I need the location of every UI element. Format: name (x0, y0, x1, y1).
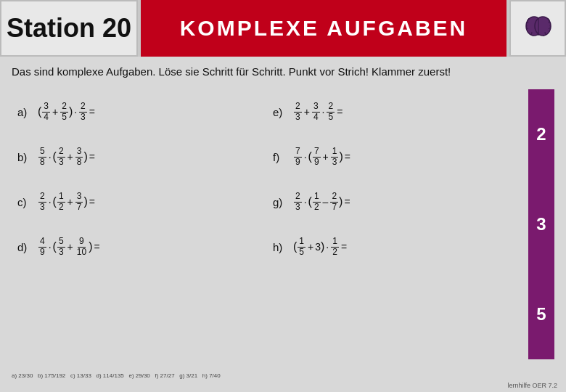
expr-e: 23 + 34 · 25 = (293, 102, 344, 121)
brain-box (509, 0, 566, 57)
expr-f: 79 · ( 79 + 13 ) = (293, 147, 352, 166)
problem-h: h) ( 15 + 3 ) · 12 = (267, 224, 522, 269)
label-c: c) (17, 196, 33, 208)
label-f: f) (273, 151, 289, 163)
badge-3: 3 (528, 179, 554, 269)
label-h: h) (273, 241, 289, 253)
brain-icon (518, 9, 557, 48)
expr-a: ( 34 + 25 ) · 23 = (38, 102, 97, 121)
badge-column: 2 3 5 (528, 89, 554, 359)
page-title: Komplexe Aufgaben (180, 16, 468, 41)
expr-c: 23 · ( 12 + 37 ) = (38, 192, 97, 211)
answer-key: a) 23/30 b) 175/192 c) 13/33 d) 114/135 … (12, 372, 530, 379)
badge-2: 2 (528, 89, 554, 179)
problem-c: c) 23 · ( 12 + 37 ) = (12, 179, 267, 224)
label-g: g) (273, 196, 289, 208)
problems-grid: a) ( 34 + 25 ) · 23 = e) 23 + 34 (12, 89, 522, 269)
svg-point-1 (535, 17, 551, 36)
label-d: d) (17, 241, 33, 253)
problem-e: e) 23 + 34 · 25 = (267, 89, 522, 134)
header: Station 20 Komplexe Aufgaben (0, 0, 566, 57)
problem-g: g) 23 · ( 12 – 27 ) = (267, 179, 522, 224)
expr-b: 58 · ( 23 + 38 ) = (38, 147, 97, 166)
problem-b: b) 58 · ( 23 + 38 ) = (12, 134, 267, 179)
expr-d: 49 · ( 53 + 910 ) = (38, 237, 102, 256)
station-label: Station 20 (0, 0, 138, 57)
problem-d: d) 49 · ( 53 + 910 ) = (12, 224, 267, 269)
station-title: Station 20 (7, 13, 131, 44)
problem-f: f) 79 · ( 79 + 13 ) = (267, 134, 522, 179)
title-box: Komplexe Aufgaben (141, 0, 506, 57)
problem-a: a) ( 34 + 25 ) · 23 = (12, 89, 267, 134)
main-content: Das sind komplexe Aufgaben. Löse sie Sch… (0, 57, 566, 392)
label-e: e) (273, 106, 289, 118)
label-a: a) (17, 106, 33, 118)
expr-h: ( 15 + 3 ) · 12 = (293, 237, 348, 256)
footer-text: lernhilfe OER 7.2 (507, 382, 557, 389)
subtitle-text: Das sind komplexe Aufgaben. Löse sie Sch… (12, 65, 554, 78)
badge-5: 5 (528, 269, 554, 359)
label-b: b) (17, 151, 33, 163)
expr-g: 23 · ( 12 – 27 ) = (293, 192, 352, 211)
